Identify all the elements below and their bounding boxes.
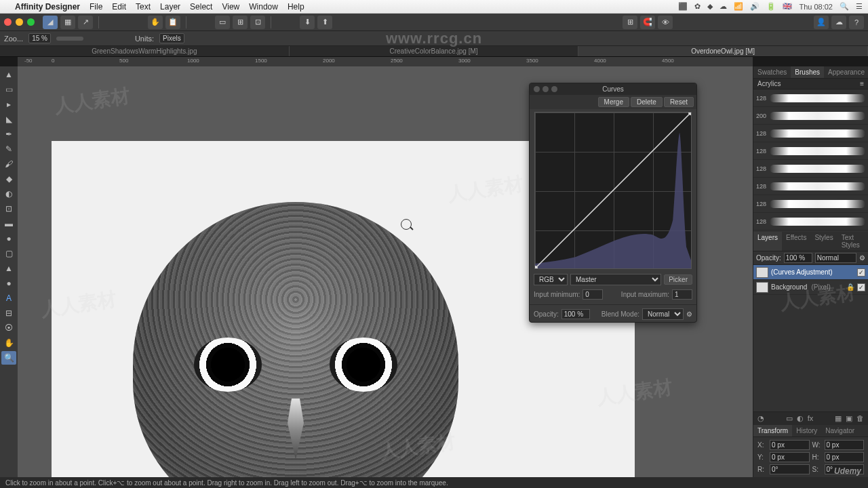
persona-designer[interactable]: ◢	[43, 16, 58, 29]
lock-icon[interactable]: 🔒	[846, 283, 854, 291]
layer-opacity[interactable]	[784, 253, 812, 263]
transform-y[interactable]	[770, 452, 810, 462]
preview-icon[interactable]: 👁	[658, 16, 673, 29]
tab-swatches[interactable]: Swatches	[753, 66, 791, 78]
shape-rect-tool[interactable]: ▬	[1, 217, 16, 230]
brush-item[interactable]: 128	[753, 213, 868, 230]
brush-item[interactable]: 200	[753, 107, 868, 125]
pencil-tool[interactable]: ✎	[1, 142, 16, 156]
curves-channel[interactable]: RGB	[534, 274, 568, 285]
snap2-icon[interactable]: 🧲	[640, 16, 655, 29]
transform-x[interactable]	[770, 440, 810, 450]
gear-icon[interactable]: ⚙	[859, 254, 865, 262]
close-window[interactable]	[4, 18, 12, 26]
curves-opacity[interactable]	[561, 309, 590, 319]
distribute-icon[interactable]: ⊡	[250, 16, 265, 29]
align-icon[interactable]: ⊞	[233, 16, 248, 29]
curves-input-max[interactable]	[672, 289, 692, 300]
mask-icon[interactable]: ▭	[786, 414, 793, 423]
curves-picker[interactable]: Picker	[664, 274, 692, 285]
volume-icon[interactable]: 🔊	[750, 2, 760, 11]
move-tool[interactable]: ▲	[1, 68, 16, 81]
menu-view[interactable]: View	[222, 2, 239, 12]
menu-help[interactable]: Help	[288, 2, 304, 12]
document-tab[interactable]: CreativeColorBalance.jpg [M]	[290, 46, 579, 56]
panel-menu-icon[interactable]: ≡	[860, 80, 864, 87]
tab-brushes[interactable]: Brushes	[791, 66, 824, 78]
curves-delete-button[interactable]: Delete	[631, 97, 663, 107]
menu-text[interactable]: Text	[136, 2, 151, 12]
ruler-horizontal[interactable]: -50 0 500 1000 1500 2000 2500 3000 3500 …	[18, 57, 753, 66]
curves-blend[interactable]: Normal	[642, 308, 684, 320]
layer-row[interactable]: (Curves Adjustment) ✓	[753, 265, 868, 280]
curves-graph[interactable]	[534, 112, 692, 269]
search-icon[interactable]: 🔍	[840, 2, 849, 11]
curves-input-min[interactable]	[583, 289, 603, 300]
layer-blend[interactable]	[815, 253, 856, 263]
zoom-value[interactable]: 15 %	[28, 33, 51, 43]
brush-tool[interactable]: 🖌	[1, 157, 16, 171]
curves-merge-button[interactable]: Merge	[598, 97, 629, 107]
fx-icon[interactable]: fx	[808, 414, 814, 423]
document-tab[interactable]: OverdoneOwl.jpg [M]	[578, 46, 868, 56]
maximize-window[interactable]	[27, 18, 35, 26]
color-picker-tool[interactable]: ⦿	[1, 321, 16, 335]
brush-item[interactable]: 128	[753, 160, 868, 178]
tab-stock[interactable]: Stock	[864, 232, 868, 251]
menu-file[interactable]: File	[90, 2, 102, 12]
app-name[interactable]: Affinity Designer	[15, 2, 80, 12]
node-tool[interactable]: ▸	[1, 98, 16, 111]
tab-transform[interactable]: Transform	[753, 425, 792, 436]
transform-h[interactable]	[825, 452, 865, 462]
tab-layers[interactable]: Layers	[753, 232, 782, 251]
grid-icon[interactable]: ⊞	[623, 16, 637, 29]
help-icon[interactable]: ?	[849, 16, 864, 29]
tab-effects[interactable]: Effects	[782, 232, 810, 251]
persona-export[interactable]: ↗	[78, 16, 93, 29]
text-frame-tool[interactable]: ⊟	[1, 306, 16, 320]
text-tool[interactable]: A	[1, 291, 16, 305]
hand-tool[interactable]: ✋	[1, 336, 16, 350]
shape-star-tool[interactable]: ●	[1, 277, 16, 290]
document-tab[interactable]: GreenShadowsWarmHighlights.jpg	[0, 46, 290, 56]
brush-list[interactable]: 128 200 128 128 128 128 128 128	[753, 89, 868, 232]
zoom-slider[interactable]	[56, 37, 83, 41]
wifi-icon[interactable]: 📶	[734, 2, 743, 11]
insert2-icon[interactable]: ⬆	[317, 16, 332, 29]
brush-item[interactable]: 128	[753, 178, 868, 195]
tab-styles[interactable]: Styles	[810, 232, 837, 251]
curves-reset-button[interactable]: Reset	[664, 97, 694, 107]
insert-icon[interactable]: ⬇	[300, 16, 315, 29]
brush-item[interactable]: 128	[753, 195, 868, 213]
brush-item[interactable]: 128	[753, 125, 868, 142]
curves-panel[interactable]: Curves Merge Delete Reset RGB Master Pic…	[529, 83, 697, 323]
crop-tool[interactable]: ⊡	[1, 202, 16, 216]
layer-visible[interactable]: ✓	[857, 283, 865, 291]
clock[interactable]: Thu 08:02	[799, 3, 833, 11]
flag-icon[interactable]: 🇬🇧	[783, 2, 792, 11]
tab-navigator[interactable]: Navigator	[821, 425, 859, 436]
gear-icon[interactable]: ⚙	[686, 310, 692, 318]
menu-icon[interactable]: ☰	[856, 2, 863, 11]
snap-icon[interactable]: ▭	[215, 16, 230, 29]
menu-window[interactable]: Window	[249, 2, 278, 12]
tab-history[interactable]: History	[792, 425, 821, 436]
menu-edit[interactable]: Edit	[112, 2, 126, 12]
units-select[interactable]: Pixels	[159, 33, 184, 43]
layer-row[interactable]: Background (Pixel) 🔒 ✓	[753, 280, 868, 295]
persona-pixel[interactable]: ▦	[60, 16, 75, 29]
toolbar-hand-icon[interactable]: ✋	[148, 16, 163, 29]
zoom-tool[interactable]: 🔍	[1, 351, 16, 365]
transparency-tool[interactable]: ◐	[1, 187, 16, 201]
curves-titlebar[interactable]: Curves	[530, 83, 696, 95]
artboard-tool[interactable]: ▭	[1, 83, 16, 96]
brush-category[interactable]: Acrylics	[757, 80, 781, 87]
menu-select[interactable]: Select	[190, 2, 212, 12]
pen-tool[interactable]: ✒	[1, 127, 16, 141]
corner-tool[interactable]: ◣	[1, 113, 16, 126]
toolbar-paste-icon[interactable]: 📋	[165, 16, 180, 29]
layer-visible[interactable]: ✓	[857, 268, 865, 277]
menu-layer[interactable]: Layer	[160, 2, 180, 12]
tab-textstyles[interactable]: Text Styles	[837, 232, 864, 251]
blend-icon[interactable]: ◔	[757, 414, 764, 423]
